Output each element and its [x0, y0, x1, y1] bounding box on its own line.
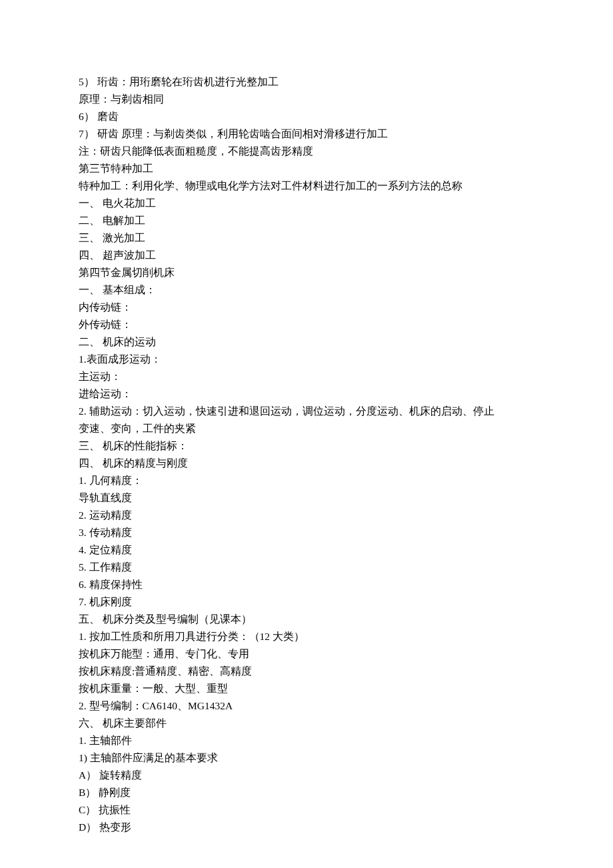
text-line: 1. 主轴部件 [79, 732, 534, 749]
text-line: 原理：与剃齿相同 [79, 91, 534, 108]
text-line: 进给运动： [79, 385, 534, 403]
text-line: 2. 运动精度 [79, 507, 534, 524]
text-line: 2. 辅助运动：切入运动，快速引进和退回运动，调位运动，分度运动、机床的启动、停… [79, 403, 534, 420]
text-line: 7. 机床刚度 [79, 593, 534, 611]
text-line: 导轨直线度 [79, 489, 534, 507]
text-line: C） 抗振性 [79, 801, 534, 819]
text-line: 第四节金属切削机床 [79, 264, 534, 281]
text-line: 按机床万能型：通用、专门化、专用 [79, 645, 534, 663]
text-line: 四、 超声波加工 [79, 247, 534, 264]
text-line: D） 热变形 [79, 819, 534, 836]
text-line: 1) 主轴部件应满足的基本要求 [79, 749, 534, 767]
text-line: 三、 机床的性能指标： [79, 437, 534, 455]
text-line: 1.表面成形运动： [79, 351, 534, 368]
text-line: 按机床精度:普通精度、精密、高精度 [79, 663, 534, 680]
text-line: 六、 机床主要部件 [79, 715, 534, 732]
text-line: 注：研齿只能降低表面粗糙度，不能提高齿形精度 [79, 143, 534, 160]
text-line: 7） 研齿 原理：与剃齿类似，利用轮齿啮合面间相对滑移进行加工 [79, 125, 534, 143]
text-line: B） 静刚度 [79, 784, 534, 801]
text-line: 四、 机床的精度与刚度 [79, 455, 534, 472]
text-line: 二、 电解加工 [79, 212, 534, 229]
text-line: 3. 传动精度 [79, 524, 534, 541]
text-line: 一、 基本组成： [79, 281, 534, 299]
text-line: 五、 机床分类及型号编制（见课本） [79, 611, 534, 628]
text-line: 5） 珩齿：用珩磨轮在珩齿机进行光整加工 [79, 73, 534, 91]
text-line: 6） 磨齿 [79, 108, 534, 125]
text-line: 一、 电火花加工 [79, 195, 534, 212]
text-line: 特种加工：利用化学、物理或电化学方法对工件材料进行加工的一系列方法的总称 [79, 177, 534, 195]
text-line: 主运动： [79, 368, 534, 385]
text-line: 6. 精度保持性 [79, 576, 534, 593]
text-line: 二、 机床的运动 [79, 333, 534, 351]
text-line: 按机床重量：一般、大型、重型 [79, 680, 534, 697]
text-line: 三、 激光加工 [79, 229, 534, 247]
text-line: 5. 工作精度 [79, 559, 534, 576]
text-line: 4. 定位精度 [79, 541, 534, 559]
text-line: 外传动链： [79, 316, 534, 333]
text-line: 第三节特种加工 [79, 160, 534, 177]
text-line: 内传动链： [79, 299, 534, 316]
document-body: 5） 珩齿：用珩磨轮在珩齿机进行光整加工 原理：与剃齿相同 6） 磨齿 7） 研… [79, 73, 534, 836]
text-line: 变速、变向，工件的夹紧 [79, 420, 534, 437]
text-line: 1. 几何精度： [79, 472, 534, 489]
text-line: A） 旋转精度 [79, 767, 534, 784]
text-line: 2. 型号编制：CA6140、MG1432A [79, 697, 534, 715]
text-line: 1. 按加工性质和所用刀具进行分类：（12 大类） [79, 628, 534, 645]
